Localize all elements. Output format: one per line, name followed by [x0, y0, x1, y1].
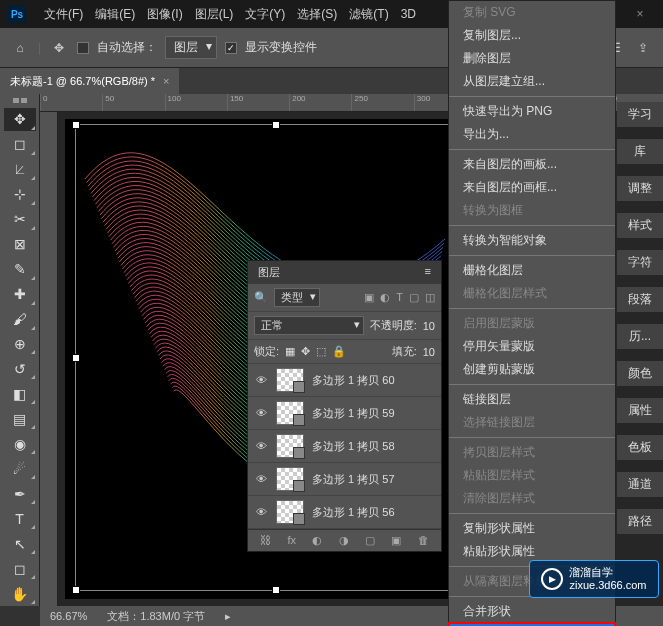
menu-3d[interactable]: 3D	[395, 7, 422, 21]
context-item[interactable]: 链接图层	[449, 388, 615, 411]
context-item[interactable]: 快速导出为 PNG	[449, 100, 615, 123]
menu-filter[interactable]: 滤镜(T)	[343, 6, 394, 23]
context-item[interactable]: 转换为智能对象	[449, 229, 615, 252]
layer-thumbnail[interactable]	[276, 467, 304, 491]
panel-menu-icon[interactable]: ≡	[425, 265, 431, 280]
move-tool[interactable]: ✥	[4, 108, 36, 131]
close-icon[interactable]: ×	[625, 7, 655, 21]
panel-tab[interactable]: 通道	[617, 472, 663, 497]
lock-artboard-icon[interactable]: ⬚	[316, 345, 326, 358]
menu-select[interactable]: 选择(S)	[291, 6, 343, 23]
panel-tab[interactable]: 色板	[617, 435, 663, 460]
quick-select-tool[interactable]: ⊹	[4, 183, 36, 206]
menu-layer[interactable]: 图层(L)	[189, 6, 240, 23]
panel-tab[interactable]: 库	[617, 139, 663, 164]
visibility-icon[interactable]: 👁	[254, 407, 268, 419]
doc-info-chevron-icon[interactable]: ▸	[225, 610, 231, 623]
layer-row[interactable]: 👁多边形 1 拷贝 59	[248, 397, 441, 430]
opacity-value[interactable]: 10	[423, 320, 435, 332]
home-icon[interactable]: ⌂	[10, 38, 30, 58]
layer-thumbnail[interactable]	[276, 500, 304, 524]
document-tab[interactable]: 未标题-1 @ 66.7%(RGB/8#) * ×	[0, 68, 179, 94]
gradient-tool[interactable]: ▤	[4, 407, 36, 430]
history-brush-tool[interactable]: ↺	[4, 357, 36, 380]
shape-tool[interactable]: ◻	[4, 557, 36, 580]
context-item[interactable]: 停用矢量蒙版	[449, 335, 615, 358]
handle-tc[interactable]	[272, 121, 280, 129]
adjustment-icon[interactable]: ◑	[339, 534, 349, 547]
pen-tool[interactable]: ✒	[4, 482, 36, 505]
blend-mode-dropdown[interactable]: 正常	[254, 316, 364, 335]
zoom-level[interactable]: 66.67%	[50, 610, 87, 622]
layer-thumbnail[interactable]	[276, 401, 304, 425]
layer-thumbnail[interactable]	[276, 434, 304, 458]
layer-thumbnail[interactable]	[276, 368, 304, 392]
menu-file[interactable]: 文件(F)	[38, 6, 89, 23]
filter-image-icon[interactable]: ▣	[364, 291, 374, 304]
context-item[interactable]: 复制形状属性	[449, 517, 615, 540]
panel-tab[interactable]: 学习	[617, 102, 663, 127]
delete-icon[interactable]: 🗑	[418, 534, 429, 547]
search-icon[interactable]: 🔍	[254, 291, 268, 304]
panel-tab[interactable]: 样式	[617, 213, 663, 238]
blur-tool[interactable]: ◉	[4, 432, 36, 455]
frame-tool[interactable]: ⊠	[4, 233, 36, 256]
collapse-icon[interactable]	[13, 98, 27, 103]
eraser-tool[interactable]: ◧	[4, 382, 36, 405]
stamp-tool[interactable]: ⊕	[4, 333, 36, 356]
context-item[interactable]: 导出为...	[449, 123, 615, 146]
visibility-icon[interactable]: 👁	[254, 506, 268, 518]
path-select-tool[interactable]: ↖	[4, 532, 36, 555]
filter-type-dropdown[interactable]: 类型	[274, 288, 320, 307]
visibility-icon[interactable]: 👁	[254, 374, 268, 386]
panel-tab[interactable]: 调整	[617, 176, 663, 201]
layer-row[interactable]: 👁多边形 1 拷贝 60	[248, 364, 441, 397]
share-icon[interactable]: ⇪	[633, 38, 653, 58]
filter-type-icon[interactable]: T	[396, 291, 403, 304]
context-item[interactable]: 合并形状	[449, 600, 615, 623]
tab-close-icon[interactable]: ×	[163, 75, 169, 87]
lock-pixels-icon[interactable]: ▦	[285, 345, 295, 358]
panel-tab[interactable]: 段落	[617, 287, 663, 312]
layer-row[interactable]: 👁多边形 1 拷贝 57	[248, 463, 441, 496]
lock-all-icon[interactable]: 🔒	[332, 345, 346, 358]
auto-select-checkbox[interactable]	[77, 42, 89, 54]
brush-tool[interactable]: 🖌	[4, 308, 36, 331]
panel-tab[interactable]: 历...	[617, 324, 663, 349]
show-transform-checkbox[interactable]	[225, 42, 237, 54]
context-item[interactable]: 复制图层...	[449, 24, 615, 47]
panel-header[interactable]: 图层 ≡	[248, 261, 441, 284]
context-item[interactable]: 创建剪贴蒙版	[449, 358, 615, 381]
visibility-icon[interactable]: 👁	[254, 473, 268, 485]
handle-ml[interactable]	[72, 354, 80, 362]
healing-tool[interactable]: ✚	[4, 283, 36, 306]
fill-value[interactable]: 10	[423, 346, 435, 358]
move-tool-icon[interactable]: ✥	[49, 38, 69, 58]
panel-tab[interactable]: 路径	[617, 509, 663, 534]
panel-tab[interactable]: 字符	[617, 250, 663, 275]
context-item[interactable]: 来自图层的画框...	[449, 176, 615, 199]
handle-bl[interactable]	[72, 586, 80, 594]
dodge-tool[interactable]: ☄	[4, 457, 36, 480]
context-item[interactable]: 来自图层的画板...	[449, 153, 615, 176]
mask-icon[interactable]: ◐	[312, 534, 322, 547]
handle-tl[interactable]	[72, 121, 80, 129]
marquee-tool[interactable]: ◻	[4, 133, 36, 156]
crop-tool[interactable]: ✂	[4, 208, 36, 231]
context-item[interactable]: 从图层建立组...	[449, 70, 615, 93]
context-item[interactable]: 栅格化图层	[449, 259, 615, 282]
filter-smart-icon[interactable]: ◫	[425, 291, 435, 304]
eyedropper-tool[interactable]: ✎	[4, 258, 36, 281]
fx-icon[interactable]: fx	[288, 534, 297, 547]
panel-tab[interactable]: 颜色	[617, 361, 663, 386]
filter-adjust-icon[interactable]: ◐	[380, 291, 390, 304]
lock-position-icon[interactable]: ✥	[301, 345, 310, 358]
panel-tab[interactable]: 属性	[617, 398, 663, 423]
layer-row[interactable]: 👁多边形 1 拷贝 58	[248, 430, 441, 463]
target-dropdown[interactable]: 图层	[165, 36, 217, 59]
hand-tool[interactable]: ✋	[4, 582, 36, 605]
new-layer-icon[interactable]: ▣	[391, 534, 401, 547]
menu-image[interactable]: 图像(I)	[141, 6, 188, 23]
visibility-icon[interactable]: 👁	[254, 440, 268, 452]
menu-text[interactable]: 文字(Y)	[239, 6, 291, 23]
